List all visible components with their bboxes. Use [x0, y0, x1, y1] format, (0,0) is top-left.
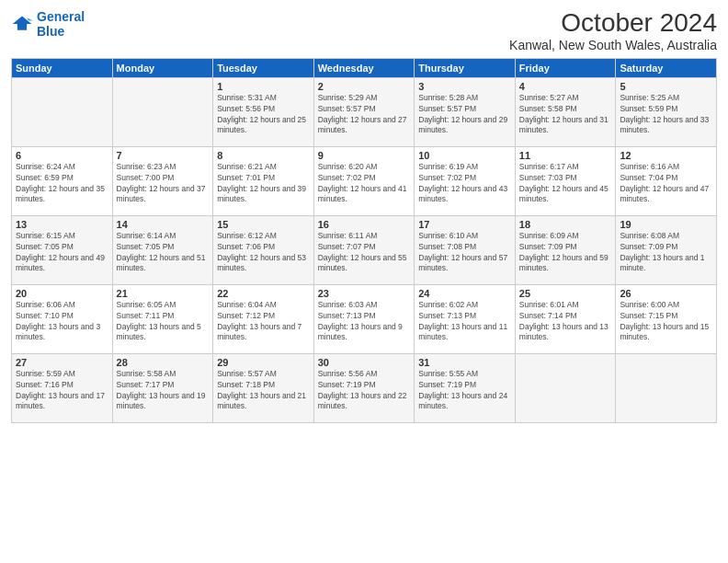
day-number: 28 [117, 357, 210, 368]
cell-details: Sunrise: 6:14 AMSunset: 7:05 PMDaylight:… [117, 231, 210, 275]
page-title: October 2024 [509, 9, 717, 38]
day-number: 7 [117, 150, 210, 161]
calendar-cell: 17Sunrise: 6:10 AMSunset: 7:08 PMDayligh… [415, 215, 516, 284]
day-number: 22 [217, 288, 310, 299]
col-saturday: Saturday [616, 58, 717, 77]
cell-details: Sunrise: 6:12 AMSunset: 7:06 PMDaylight:… [217, 231, 310, 275]
cell-details: Sunrise: 6:09 AMSunset: 7:09 PMDaylight:… [519, 231, 612, 275]
calendar-cell: 4Sunrise: 5:27 AMSunset: 5:58 PMDaylight… [515, 77, 616, 146]
calendar-table: Sunday Monday Tuesday Wednesday Thursday… [11, 58, 717, 423]
cell-details: Sunrise: 6:00 AMSunset: 7:15 PMDaylight:… [620, 300, 712, 344]
svg-marker-0 [13, 16, 32, 29]
col-monday: Monday [112, 58, 213, 77]
cell-details: Sunrise: 6:16 AMSunset: 7:04 PMDaylight:… [620, 162, 712, 206]
calendar-body: 1Sunrise: 5:31 AMSunset: 5:56 PMDaylight… [12, 77, 717, 422]
calendar-cell: 31Sunrise: 5:55 AMSunset: 7:19 PMDayligh… [415, 353, 516, 422]
day-number: 5 [620, 81, 712, 92]
day-number: 1 [217, 81, 310, 92]
day-number: 3 [418, 81, 511, 92]
day-number: 19 [620, 219, 712, 230]
header-row: Sunday Monday Tuesday Wednesday Thursday… [12, 58, 717, 77]
day-number: 21 [117, 288, 210, 299]
cell-details: Sunrise: 5:58 AMSunset: 7:17 PMDaylight:… [117, 369, 210, 413]
day-number: 9 [318, 150, 411, 161]
cell-details: Sunrise: 6:24 AMSunset: 6:59 PMDaylight:… [16, 162, 108, 206]
day-number: 11 [519, 150, 612, 161]
col-friday: Friday [515, 58, 616, 77]
calendar-cell [12, 77, 113, 146]
calendar-cell: 12Sunrise: 6:16 AMSunset: 7:04 PMDayligh… [616, 146, 717, 215]
col-thursday: Thursday [415, 58, 516, 77]
calendar-cell: 5Sunrise: 5:25 AMSunset: 5:59 PMDaylight… [616, 77, 717, 146]
calendar-cell: 24Sunrise: 6:02 AMSunset: 7:13 PMDayligh… [415, 284, 516, 353]
calendar-week-row: 1Sunrise: 5:31 AMSunset: 5:56 PMDaylight… [12, 77, 717, 146]
calendar-cell: 11Sunrise: 6:17 AMSunset: 7:03 PMDayligh… [515, 146, 616, 215]
logo-icon [11, 13, 33, 35]
cell-details: Sunrise: 6:20 AMSunset: 7:02 PMDaylight:… [318, 162, 411, 206]
cell-details: Sunrise: 5:55 AMSunset: 7:19 PMDaylight:… [418, 369, 511, 413]
calendar-cell: 10Sunrise: 6:19 AMSunset: 7:02 PMDayligh… [415, 146, 516, 215]
day-number: 14 [117, 219, 210, 230]
day-number: 23 [318, 288, 411, 299]
day-number: 10 [418, 150, 511, 161]
cell-details: Sunrise: 6:06 AMSunset: 7:10 PMDaylight:… [16, 300, 108, 344]
col-wednesday: Wednesday [313, 58, 415, 77]
cell-details: Sunrise: 5:31 AMSunset: 5:56 PMDaylight:… [217, 93, 310, 137]
calendar-cell: 22Sunrise: 6:04 AMSunset: 7:12 PMDayligh… [213, 284, 314, 353]
calendar-cell [515, 353, 616, 422]
day-number: 26 [620, 288, 712, 299]
day-number: 25 [519, 288, 612, 299]
calendar-page: General Blue October 2024 Kanwal, New So… [0, 0, 728, 563]
cell-details: Sunrise: 6:02 AMSunset: 7:13 PMDaylight:… [418, 300, 511, 344]
calendar-cell [112, 77, 213, 146]
calendar-cell: 14Sunrise: 6:14 AMSunset: 7:05 PMDayligh… [112, 215, 213, 284]
header: General Blue October 2024 Kanwal, New So… [11, 9, 717, 52]
cell-details: Sunrise: 5:57 AMSunset: 7:18 PMDaylight:… [217, 369, 310, 413]
cell-details: Sunrise: 5:25 AMSunset: 5:59 PMDaylight:… [620, 93, 712, 137]
page-subtitle: Kanwal, New South Wales, Australia [509, 38, 717, 52]
calendar-week-row: 27Sunrise: 5:59 AMSunset: 7:16 PMDayligh… [12, 353, 717, 422]
cell-details: Sunrise: 6:17 AMSunset: 7:03 PMDaylight:… [519, 162, 612, 206]
day-number: 29 [217, 357, 310, 368]
cell-details: Sunrise: 6:10 AMSunset: 7:08 PMDaylight:… [418, 231, 511, 275]
calendar-cell: 30Sunrise: 5:56 AMSunset: 7:19 PMDayligh… [313, 353, 415, 422]
calendar-cell: 1Sunrise: 5:31 AMSunset: 5:56 PMDaylight… [213, 77, 314, 146]
col-tuesday: Tuesday [213, 58, 314, 77]
day-number: 2 [318, 81, 411, 92]
day-number: 8 [217, 150, 310, 161]
col-sunday: Sunday [12, 58, 113, 77]
cell-details: Sunrise: 5:56 AMSunset: 7:19 PMDaylight:… [318, 369, 411, 413]
calendar-cell: 6Sunrise: 6:24 AMSunset: 6:59 PMDaylight… [12, 146, 113, 215]
calendar-cell: 9Sunrise: 6:20 AMSunset: 7:02 PMDaylight… [313, 146, 415, 215]
calendar-week-row: 20Sunrise: 6:06 AMSunset: 7:10 PMDayligh… [12, 284, 717, 353]
calendar-header: Sunday Monday Tuesday Wednesday Thursday… [12, 58, 717, 77]
calendar-cell [616, 353, 717, 422]
calendar-cell: 23Sunrise: 6:03 AMSunset: 7:13 PMDayligh… [313, 284, 415, 353]
day-number: 18 [519, 219, 612, 230]
cell-details: Sunrise: 6:11 AMSunset: 7:07 PMDaylight:… [318, 231, 411, 275]
calendar-cell: 7Sunrise: 6:23 AMSunset: 7:00 PMDaylight… [112, 146, 213, 215]
calendar-cell: 15Sunrise: 6:12 AMSunset: 7:06 PMDayligh… [213, 215, 314, 284]
svg-marker-1 [27, 17, 33, 20]
calendar-cell: 27Sunrise: 5:59 AMSunset: 7:16 PMDayligh… [12, 353, 113, 422]
calendar-cell: 16Sunrise: 6:11 AMSunset: 7:07 PMDayligh… [313, 215, 415, 284]
cell-details: Sunrise: 6:23 AMSunset: 7:00 PMDaylight:… [117, 162, 210, 206]
calendar-week-row: 13Sunrise: 6:15 AMSunset: 7:05 PMDayligh… [12, 215, 717, 284]
cell-details: Sunrise: 6:15 AMSunset: 7:05 PMDaylight:… [16, 231, 108, 275]
calendar-cell: 29Sunrise: 5:57 AMSunset: 7:18 PMDayligh… [213, 353, 314, 422]
calendar-cell: 28Sunrise: 5:58 AMSunset: 7:17 PMDayligh… [112, 353, 213, 422]
calendar-cell: 2Sunrise: 5:29 AMSunset: 5:57 PMDaylight… [313, 77, 415, 146]
day-number: 17 [418, 219, 511, 230]
cell-details: Sunrise: 6:01 AMSunset: 7:14 PMDaylight:… [519, 300, 612, 344]
calendar-cell: 25Sunrise: 6:01 AMSunset: 7:14 PMDayligh… [515, 284, 616, 353]
logo: General Blue [11, 9, 85, 39]
calendar-week-row: 6Sunrise: 6:24 AMSunset: 6:59 PMDaylight… [12, 146, 717, 215]
cell-details: Sunrise: 6:19 AMSunset: 7:02 PMDaylight:… [418, 162, 511, 206]
day-number: 15 [217, 219, 310, 230]
day-number: 6 [16, 150, 108, 161]
cell-details: Sunrise: 6:04 AMSunset: 7:12 PMDaylight:… [217, 300, 310, 344]
cell-details: Sunrise: 6:21 AMSunset: 7:01 PMDaylight:… [217, 162, 310, 206]
day-number: 31 [418, 357, 511, 368]
cell-details: Sunrise: 6:03 AMSunset: 7:13 PMDaylight:… [318, 300, 411, 344]
day-number: 4 [519, 81, 612, 92]
